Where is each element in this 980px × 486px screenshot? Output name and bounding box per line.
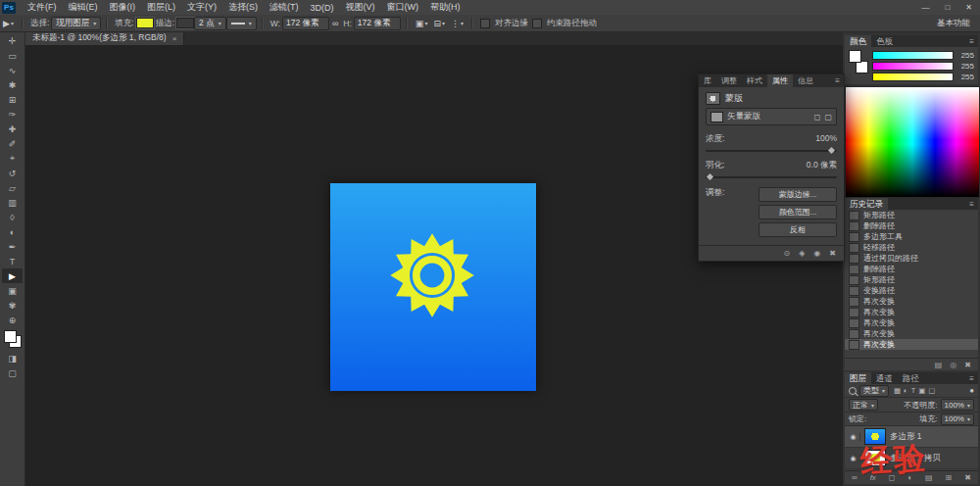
clone-stamp-tool[interactable]: ⌖ bbox=[2, 151, 23, 166]
filter-pixel-icon[interactable]: ▦ bbox=[894, 386, 901, 395]
menu-window[interactable]: 窗口(W) bbox=[381, 1, 425, 14]
history-item[interactable]: 多边形工具 bbox=[845, 231, 978, 242]
foreground-color-swatch[interactable] bbox=[849, 50, 861, 63]
blue-slider[interactable] bbox=[872, 73, 954, 81]
link-layers-icon[interactable]: ∞ bbox=[852, 473, 858, 482]
history-brush-tool[interactable]: ↺ bbox=[2, 166, 23, 180]
menu-3d[interactable]: 3D(D) bbox=[305, 3, 340, 13]
history-item[interactable]: 再次变换 bbox=[845, 296, 978, 307]
document-tab[interactable]: 未标题-1 @ 100%(多边形 1, RGB/8) × bbox=[25, 31, 184, 45]
panel-menu-icon[interactable]: ≡ bbox=[831, 76, 844, 85]
menu-edit[interactable]: 编辑(E) bbox=[63, 1, 104, 14]
feather-slider-track[interactable] bbox=[706, 176, 837, 178]
green-value[interactable]: 255 bbox=[956, 62, 974, 71]
menu-type[interactable]: 文字(Y) bbox=[181, 1, 222, 14]
height-input[interactable]: 172 像素 bbox=[354, 17, 401, 30]
select-mode-dropdown[interactable]: 现用图层 ▾ bbox=[51, 17, 101, 30]
red-slider[interactable] bbox=[872, 51, 954, 60]
history-item[interactable]: 再次变换 bbox=[845, 317, 978, 328]
menu-file[interactable]: 文件(F) bbox=[22, 1, 63, 14]
filter-adjustment-icon[interactable]: ◐ bbox=[904, 386, 908, 395]
shape-tool[interactable]: ▣ bbox=[2, 283, 23, 298]
lasso-tool[interactable]: ∿ bbox=[2, 63, 23, 77]
filter-type-icon[interactable]: T bbox=[911, 386, 916, 395]
color-spectrum-picker[interactable] bbox=[845, 86, 980, 198]
delete-layer-icon[interactable]: ✖ bbox=[964, 473, 971, 482]
new-layer-icon[interactable]: ⊞ bbox=[946, 473, 953, 482]
path-arrangement-dropdown[interactable]: ⋮ ▾ bbox=[448, 19, 466, 28]
path-selection-tool[interactable]: ▶ bbox=[2, 268, 23, 283]
width-input[interactable]: 172 像素 bbox=[282, 17, 329, 30]
history-item[interactable]: 轻移路径 bbox=[845, 242, 978, 253]
density-value[interactable]: 100% bbox=[815, 133, 837, 145]
new-document-from-state-icon[interactable]: ▤ bbox=[935, 361, 943, 369]
add-vector-mask-icon[interactable]: ▢ bbox=[824, 113, 832, 122]
menu-select[interactable]: 选择(S) bbox=[222, 1, 264, 14]
color-range-button[interactable]: 颜色范围... bbox=[759, 205, 837, 219]
zoom-tool[interactable]: ⊕ bbox=[2, 313, 23, 327]
density-slider-track[interactable] bbox=[706, 150, 837, 152]
tool-preset-dropdown[interactable]: ▶ ▾ bbox=[0, 19, 17, 28]
crop-tool[interactable]: ⊞ bbox=[2, 92, 23, 107]
apply-mask-icon[interactable]: ◈ bbox=[799, 249, 805, 258]
feather-slider-thumb[interactable] bbox=[707, 173, 713, 180]
filter-type-dropdown[interactable]: 类型 ▾ bbox=[859, 385, 889, 397]
close-button[interactable]: ✕ bbox=[957, 3, 980, 12]
tab-channels[interactable]: 通道 bbox=[871, 372, 898, 385]
gradient-tool[interactable]: ▥ bbox=[2, 195, 23, 210]
blend-mode-dropdown[interactable]: 正常 ▾ bbox=[849, 399, 878, 411]
layer-visibility-icon[interactable]: ◉ bbox=[847, 433, 860, 441]
tab-libraries[interactable]: 库 bbox=[699, 74, 716, 87]
opacity-field[interactable]: 100% ▾ bbox=[941, 399, 974, 411]
history-item[interactable]: 再次变换 bbox=[845, 328, 978, 339]
blur-tool[interactable]: ◊ bbox=[2, 210, 23, 224]
screen-mode-button[interactable]: ▢ bbox=[2, 365, 23, 380]
path-alignment-dropdown[interactable]: ⊟ ▾ bbox=[430, 19, 448, 28]
green-slider[interactable] bbox=[872, 62, 954, 71]
add-pixel-mask-icon[interactable]: ◻ bbox=[814, 113, 821, 122]
stroke-width-field[interactable]: 2 点 ▾ bbox=[194, 17, 226, 30]
blue-value[interactable]: 255 bbox=[956, 73, 974, 81]
history-item[interactable]: 再次变换 bbox=[845, 307, 978, 317]
red-value[interactable]: 255 bbox=[956, 51, 974, 60]
panel-menu-icon[interactable]: ≡ bbox=[965, 374, 978, 383]
history-item[interactable]: 矩形路径 bbox=[845, 274, 978, 285]
invert-button[interactable]: 反相 bbox=[759, 222, 837, 237]
minimize-button[interactable]: — bbox=[913, 3, 937, 12]
tab-styles[interactable]: 样式 bbox=[742, 74, 767, 87]
dodge-tool[interactable]: ◐ bbox=[2, 224, 23, 239]
disable-mask-icon[interactable]: ◉ bbox=[813, 249, 820, 258]
density-slider-thumb[interactable] bbox=[828, 147, 835, 154]
load-selection-icon[interactable]: ⊙ bbox=[783, 249, 790, 258]
maximize-button[interactable]: □ bbox=[937, 3, 957, 12]
filter-smart-object-icon[interactable]: ▢ bbox=[928, 386, 935, 395]
menu-filter[interactable]: 滤镜(T) bbox=[264, 1, 305, 14]
panel-menu-icon[interactable]: ≡ bbox=[965, 37, 978, 46]
brush-tool[interactable]: ✐ bbox=[2, 136, 23, 151]
delete-mask-icon[interactable]: ✖ bbox=[829, 249, 836, 258]
color-panel-swatches[interactable] bbox=[849, 50, 868, 73]
close-tab-icon[interactable]: × bbox=[172, 34, 177, 43]
history-item[interactable]: 通过拷贝的路径 bbox=[845, 253, 978, 264]
menu-image[interactable]: 图像(I) bbox=[104, 1, 142, 14]
tab-history[interactable]: 历史记录 bbox=[845, 198, 888, 211]
foreground-background-swatches[interactable] bbox=[3, 329, 23, 349]
feather-value[interactable]: 0.0 像素 bbox=[807, 160, 837, 171]
fill-field[interactable]: 100% ▾ bbox=[941, 413, 974, 425]
menu-view[interactable]: 视图(V) bbox=[340, 1, 381, 14]
foreground-color-swatch[interactable] bbox=[4, 330, 17, 343]
quick-selection-tool[interactable]: ✱ bbox=[2, 77, 23, 92]
quick-mask-button[interactable]: ◨ bbox=[2, 351, 23, 365]
tab-adjustments[interactable]: 调整 bbox=[716, 74, 742, 87]
workspace-switcher[interactable]: 基本功能 bbox=[937, 18, 970, 29]
tab-color[interactable]: 颜色 bbox=[845, 35, 871, 48]
tab-paths[interactable]: 路径 bbox=[898, 372, 924, 385]
delete-state-icon[interactable]: ✖ bbox=[964, 361, 971, 369]
align-edges-checkbox[interactable] bbox=[480, 19, 490, 28]
stroke-style-dropdown[interactable]: ▾ bbox=[226, 17, 257, 30]
tab-info[interactable]: 信息 bbox=[793, 74, 818, 87]
path-operations-dropdown[interactable]: ▣ ▾ bbox=[413, 19, 431, 28]
document-canvas[interactable] bbox=[330, 183, 536, 391]
history-item[interactable]: 删除路径 bbox=[845, 264, 978, 274]
tab-layers[interactable]: 图层 bbox=[845, 372, 871, 385]
